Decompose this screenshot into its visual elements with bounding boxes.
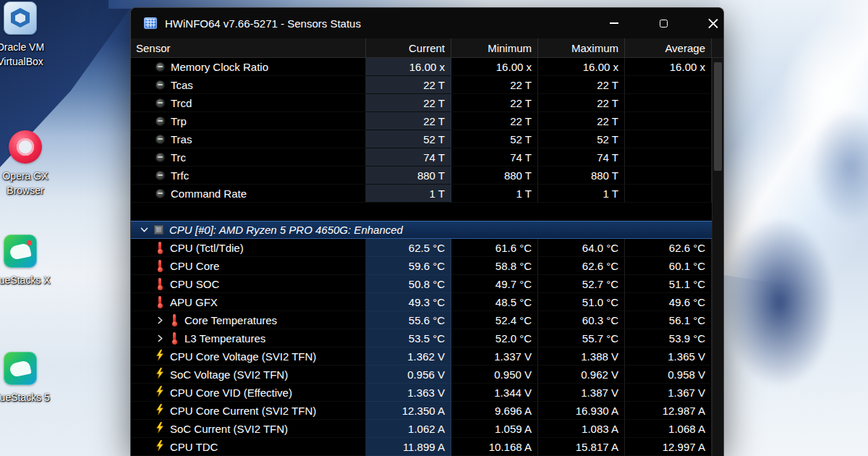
maximize-button[interactable] — [639, 8, 688, 38]
value-max: 64.0 °C — [538, 239, 625, 257]
lightning-icon — [156, 386, 164, 399]
sensor-name-cell: SoC Voltage (SVI2 TFN) — [131, 366, 366, 384]
value-max: 880 T — [538, 166, 625, 185]
value-avg: 53.9 °C — [625, 329, 712, 347]
vertical-scrollbar[interactable] — [712, 58, 723, 456]
sensor-name-cell: CPU SOC — [131, 275, 366, 293]
column-header-current[interactable]: Current — [366, 38, 451, 57]
value-cur: 22 T — [366, 76, 451, 94]
value-min: 22 T — [451, 94, 538, 112]
value-min: 22 T — [451, 112, 538, 130]
desktop-icon-virtualbox[interactable]: Oracle VM VirtualBox — [0, 1, 56, 69]
value-avg: 56.1 °C — [625, 311, 712, 329]
sensor-row[interactable]: CPU SOC50.8 °C49.7 °C52.7 °C51.1 °C — [131, 275, 712, 293]
value-avg: 1.367 V — [625, 384, 712, 402]
sensor-row[interactable]: CPU Core VID (Effective)1.363 V1.344 V1.… — [131, 384, 712, 402]
value-max: 52 T — [538, 130, 625, 148]
sensor-label: Command Rate — [171, 187, 247, 200]
close-button[interactable] — [688, 8, 724, 38]
expand-chevron-icon[interactable] — [156, 316, 164, 324]
column-header-spacer — [712, 38, 723, 57]
value-avg: 0.958 V — [625, 366, 712, 384]
sensor-row[interactable]: Command Rate1 T1 T1 T — [131, 185, 712, 203]
lightning-icon — [156, 368, 164, 381]
sensor-row[interactable]: CPU Core Voltage (SVI2 TFN)1.362 V1.337 … — [131, 347, 712, 366]
sensor-row[interactable]: L3 Temperatures53.5 °C52.0 °C55.7 °C53.9… — [131, 329, 712, 347]
value-cur: 880 T — [366, 166, 451, 185]
sensor-name-cell: Tcas — [131, 76, 366, 94]
sensor-table-body: Memory Clock Ratio16.00 x16.00 x16.00 x1… — [131, 58, 723, 456]
sensor-label: Trp — [171, 115, 187, 127]
sensor-row[interactable]: CPU Core59.6 °C58.8 °C62.6 °C60.1 °C — [131, 257, 712, 275]
lightning-icon — [156, 440, 164, 453]
sensor-name-cell: L3 Temperatures — [131, 329, 366, 347]
sensor-row[interactable]: Tras52 T52 T52 T — [131, 130, 712, 148]
column-header-average[interactable]: Average — [625, 38, 712, 57]
memory-icon — [156, 80, 165, 90]
sensor-row[interactable]: Memory Clock Ratio16.00 x16.00 x16.00 x1… — [131, 58, 712, 76]
sensor-label: CPU TDC — [170, 441, 218, 453]
value-min: 49.7 °C — [451, 275, 538, 293]
value-min: 9.696 A — [451, 402, 538, 420]
sensor-row[interactable]: Core Temperatures55.6 °C52.4 °C60.3 °C56… — [131, 311, 712, 329]
lightning-icon — [156, 404, 164, 417]
collapse-chevron-icon[interactable] — [140, 227, 148, 233]
column-header-minimum[interactable]: Minimum — [451, 38, 538, 57]
value-max: 16.00 x — [538, 58, 625, 76]
wallpaper-highlight — [781, 22, 868, 166]
window-title: HWiNFO64 v7.66-5271 - Sensors Status — [165, 17, 361, 30]
memory-icon — [156, 171, 165, 180]
sensor-label: SoC Voltage (SVI2 TFN) — [170, 368, 288, 381]
sensor-row[interactable]: SoC Current (SVI2 TFN)1.062 A1.059 A1.08… — [131, 420, 712, 438]
sensor-row[interactable]: Trc74 T74 T74 T — [131, 148, 712, 166]
sensor-row[interactable]: Trp22 T22 T22 T — [131, 112, 712, 130]
value-min: 1.337 V — [451, 347, 538, 366]
sensor-label: Trc — [171, 151, 186, 164]
sensor-row[interactable]: Trcd22 T22 T22 T — [131, 94, 712, 112]
desktop-icon-bluestacks-x[interactable]: BlueStacks X — [0, 235, 56, 287]
wallpaper-hair-streak — [703, 0, 868, 303]
lightning-icon — [156, 350, 164, 363]
value-cur: 22 T — [366, 112, 451, 130]
value-cur: 22 T — [366, 94, 451, 112]
desktop-icon-bluestacks-5[interactable]: BlueStacks 5 — [0, 352, 56, 405]
maximize-icon — [660, 20, 668, 28]
sensor-label: SoC Current (SVI2 TFN) — [170, 423, 288, 435]
expand-chevron-icon[interactable] — [156, 334, 164, 342]
value-avg: 16.00 x — [625, 58, 712, 76]
sensor-row[interactable]: Trfc880 T880 T880 T — [131, 166, 712, 185]
sensor-label: CPU SOC — [170, 278, 219, 290]
value-min: 16.00 x — [451, 58, 538, 76]
scrollbar-thumb[interactable] — [714, 62, 722, 171]
titlebar[interactable]: HWiNFO64 v7.66-5271 - Sensors Status — [131, 8, 723, 38]
sensor-row[interactable]: Tcas22 T22 T22 T — [131, 76, 712, 94]
sensor-row[interactable]: APU GFX49.3 °C48.5 °C51.0 °C49.6 °C — [131, 293, 712, 311]
value-cur: 59.6 °C — [366, 257, 451, 275]
minimize-button[interactable] — [590, 8, 639, 38]
desktop-icon-opera-gx[interactable]: Opera GX Browser — [0, 130, 61, 198]
memory-icon — [156, 153, 165, 162]
sensor-name-cell: Tras — [131, 130, 366, 148]
bluestacks-5-icon — [4, 352, 37, 385]
value-min: 1.344 V — [451, 384, 538, 402]
column-header-maximum[interactable]: Maximum — [538, 38, 625, 57]
value-avg — [625, 148, 712, 166]
value-avg — [625, 166, 712, 185]
sensor-row[interactable]: SoC Voltage (SVI2 TFN)0.956 V0.950 V0.96… — [131, 366, 712, 384]
sensor-label: Trcd — [171, 97, 192, 109]
sensor-row[interactable]: CPU (Tctl/Tdie)62.5 °C61.6 °C64.0 °C62.6… — [131, 239, 712, 257]
column-header-sensor[interactable]: Sensor — [131, 38, 366, 57]
value-max: 1 T — [538, 185, 625, 203]
sensor-group-header[interactable]: CPU [#0]: AMD Ryzen 5 PRO 4650G: Enhance… — [131, 221, 712, 239]
sensor-row[interactable]: CPU Core Current (SVI2 TFN)12.350 A9.696… — [131, 402, 712, 420]
sensor-label: Tcas — [171, 79, 193, 91]
value-avg — [625, 94, 712, 112]
sensor-name-cell: CPU TDC — [131, 438, 366, 456]
sensor-row[interactable]: CPU TDC11.899 A10.168 A15.817 A12.997 A — [131, 438, 712, 456]
sensor-name-cell: CPU Core — [131, 257, 366, 275]
memory-icon — [156, 189, 165, 198]
value-cur: 62.5 °C — [366, 239, 451, 257]
value-max: 15.817 A — [538, 438, 625, 456]
value-cur: 12.350 A — [366, 402, 451, 420]
value-avg — [625, 76, 712, 94]
